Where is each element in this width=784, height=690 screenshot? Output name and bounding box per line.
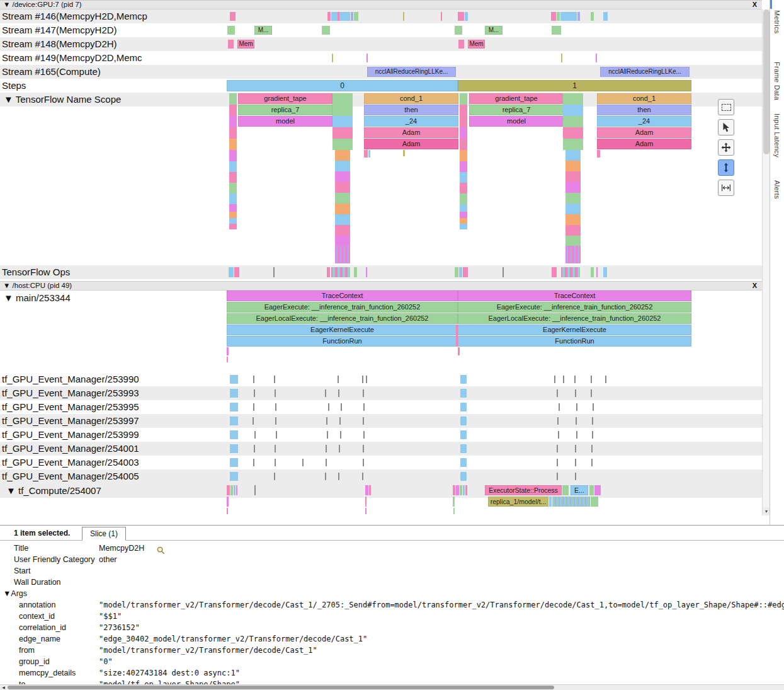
trace-event[interactable] — [576, 417, 577, 425]
trace-event[interactable] — [594, 485, 601, 495]
trace-event[interactable] — [229, 212, 237, 218]
trace-event[interactable] — [275, 459, 276, 466]
trace-event[interactable] — [327, 12, 331, 21]
trace-event[interactable] — [558, 431, 559, 439]
trace-event[interactable] — [363, 431, 365, 439]
trace-event-gradient-tape[interactable]: gradient_tape — [469, 93, 564, 104]
trace-event[interactable] — [332, 93, 353, 105]
trace-event[interactable] — [453, 508, 455, 514]
trace-event[interactable] — [463, 267, 468, 277]
trace-event-replica-7[interactable]: replica_7 — [469, 105, 564, 115]
trace-event[interactable] — [363, 389, 364, 397]
trace-event[interactable] — [460, 224, 467, 229]
trace-event[interactable] — [591, 459, 593, 466]
trace-event[interactable] — [460, 389, 467, 398]
trace-event[interactable] — [229, 127, 237, 139]
trace-event[interactable] — [230, 472, 238, 481]
close-host-section-button[interactable]: X — [753, 282, 757, 290]
trace-event[interactable] — [565, 171, 581, 182]
horizontal-scrollbar[interactable]: ◀ — [0, 684, 784, 690]
trace-event[interactable] — [592, 417, 593, 425]
trace-event[interactable] — [326, 459, 327, 466]
trace-event[interactable] — [230, 403, 238, 411]
trace-event[interactable] — [557, 417, 559, 425]
row-label-tf-compute-254007[interactable]: ▼ tf_Compute/254007 — [0, 483, 156, 498]
tab-frame-data[interactable]: Frame Data — [773, 62, 781, 100]
trace-event[interactable] — [363, 445, 364, 452]
trace-event[interactable] — [276, 431, 277, 439]
timeline-canvas[interactable]: ▼ /device:GPU:7 (pid 7) X ▼ /host:CPU (p… — [0, 0, 762, 525]
trace-event-gradient-tape[interactable]: gradient_tape — [238, 93, 332, 104]
trace-event[interactable] — [229, 204, 237, 212]
trace-event[interactable] — [603, 12, 608, 21]
tab-metrics[interactable]: Metrics — [773, 10, 781, 34]
trace-event[interactable] — [368, 150, 370, 158]
trace-event[interactable] — [460, 105, 467, 116]
trace-event[interactable] — [369, 485, 371, 495]
trace-event[interactable] — [562, 485, 569, 495]
trace-event[interactable] — [453, 485, 455, 495]
trace-event[interactable] — [332, 105, 353, 116]
trace-event[interactable] — [229, 183, 237, 193]
trace-event[interactable] — [561, 267, 580, 277]
trace-event[interactable] — [354, 12, 358, 21]
trace-event[interactable] — [229, 150, 237, 161]
trace-event-tracecontext[interactable]: TraceContext — [227, 290, 458, 301]
trace-event[interactable] — [229, 105, 237, 116]
trace-event-eagerexecute-inference-train-function-[interactable]: EagerExecute: __inference_train_function… — [227, 302, 458, 313]
trace-event[interactable] — [460, 204, 467, 212]
trace-event[interactable] — [549, 497, 552, 507]
trace-event[interactable] — [575, 389, 576, 397]
trace-event[interactable] — [596, 267, 598, 277]
trace-event[interactable] — [229, 93, 237, 105]
trace-event[interactable] — [565, 182, 581, 193]
trace-event[interactable] — [229, 161, 237, 172]
trace-event[interactable] — [227, 485, 230, 495]
trace-event[interactable] — [275, 389, 276, 397]
trace-event[interactable] — [460, 150, 467, 161]
trace-event-0[interactable]: 0 — [227, 80, 458, 91]
trace-event[interactable] — [561, 54, 562, 62]
trace-event[interactable] — [338, 12, 339, 21]
trace-event[interactable] — [460, 218, 467, 224]
trace-event-cond-1[interactable]: cond_1 — [597, 93, 691, 104]
trace-event[interactable] — [503, 267, 504, 277]
trace-event[interactable] — [326, 445, 327, 452]
row-label-main-253344[interactable]: ▼ main/253344 — [0, 290, 156, 372]
trace-event[interactable] — [460, 183, 467, 193]
trace-event[interactable] — [364, 150, 368, 158]
host-section-title[interactable]: ▼ /host:CPU (pid 49) — [3, 282, 72, 289]
trace-event[interactable] — [565, 246, 581, 263]
pan-tool-button[interactable] — [718, 139, 734, 156]
trace-event[interactable] — [335, 171, 350, 182]
trace-event[interactable] — [325, 389, 326, 397]
trace-event[interactable] — [563, 376, 564, 383]
trace-event[interactable] — [460, 403, 467, 411]
tab-alerts[interactable]: Alerts — [773, 180, 781, 199]
args-section-toggle[interactable]: ▼Args — [0, 588, 784, 599]
trace-event-tracecontext[interactable]: TraceContext — [458, 290, 691, 301]
trace-event[interactable] — [565, 236, 581, 246]
trace-event[interactable] — [362, 376, 363, 383]
trace-event[interactable] — [455, 267, 458, 277]
trace-event[interactable] — [335, 225, 350, 236]
trace-event[interactable] — [591, 376, 592, 383]
trace-event-model[interactable]: model — [238, 116, 332, 127]
host-section-header[interactable]: ▼ /host:CPU (pid 49) X — [0, 281, 762, 290]
trace-event[interactable] — [363, 459, 364, 466]
trace-event-mem[interactable]: Mem — [468, 40, 485, 49]
trace-event[interactable] — [338, 473, 339, 480]
pointer-tool-button[interactable] — [718, 119, 734, 135]
trace-event[interactable] — [230, 430, 238, 439]
trace-event[interactable] — [460, 472, 467, 481]
trace-event[interactable] — [229, 218, 237, 224]
trace-event[interactable] — [366, 54, 368, 62]
trace-event-replica-1-model-t[interactable]: replica_1/model/t... — [488, 497, 548, 507]
trace-event[interactable] — [557, 459, 558, 466]
trace-event[interactable] — [328, 403, 329, 411]
trace-event[interactable] — [465, 12, 468, 21]
trace-event[interactable] — [460, 172, 467, 183]
trace-event[interactable] — [230, 12, 236, 21]
trace-event[interactable] — [229, 139, 237, 150]
trace-event[interactable] — [341, 403, 342, 411]
